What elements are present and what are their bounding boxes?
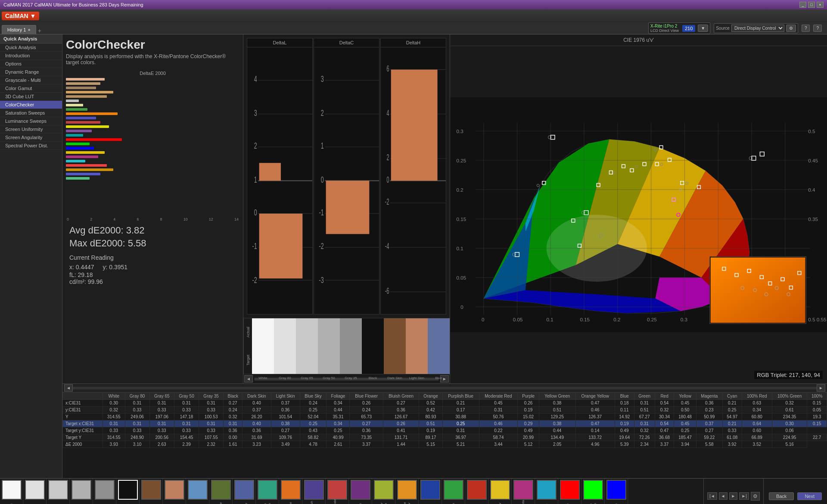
bottom-swatch-blue-flower[interactable]: Blue Flower bbox=[233, 479, 256, 504]
bottom-swatch-magenta[interactable]: Magenta bbox=[512, 479, 535, 504]
play-next-button[interactable]: ► bbox=[729, 492, 738, 500]
bottom-swatch-yellow[interactable]: Yellow bbox=[488, 479, 512, 504]
bottom-swatch-white[interactable]: White bbox=[0, 479, 23, 504]
window-controls[interactable]: _ □ × bbox=[799, 2, 824, 8]
bottom-swatch-light-skin[interactable]: Light Skin bbox=[163, 479, 186, 504]
bottom-swatch-green[interactable]: Green bbox=[442, 479, 465, 504]
actual-swatch-white[interactable] bbox=[252, 318, 274, 346]
sidebar-item-3d-cube-lut[interactable]: 3D Cube LUT bbox=[0, 93, 62, 101]
bar-fill-5 bbox=[66, 100, 79, 102]
question-button[interactable]: ? bbox=[813, 25, 822, 32]
scroll-left-button[interactable]: ◄ bbox=[244, 375, 253, 383]
sidebar-item-luminance-sweeps[interactable]: Luminance Sweeps bbox=[0, 117, 62, 125]
bottom-swatch-orange-yellow[interactable]: Orange Yellow bbox=[395, 479, 419, 504]
target-swatch-gray-35[interactable]: Gray 35 bbox=[340, 346, 362, 374]
table-cell-6-13: 5.21 bbox=[442, 441, 479, 448]
sidebar-item-color-gamut[interactable]: Color Gamut bbox=[0, 84, 62, 93]
bottom-swatch-bluish-green[interactable]: Bluish Green bbox=[256, 479, 279, 504]
back-button[interactable]: Back bbox=[769, 492, 794, 500]
table-cell-2-5: 0.32 bbox=[224, 414, 243, 420]
bottom-swatch-gray-80[interactable]: Gray 80 bbox=[23, 479, 47, 504]
bottom-swatch-red[interactable]: Red bbox=[465, 479, 488, 504]
help-button[interactable]: ? bbox=[802, 25, 810, 32]
bottom-swatch-foliage[interactable]: Foliage bbox=[209, 479, 233, 504]
target-swatch-dark-skin[interactable]: Dark Skin bbox=[384, 346, 406, 374]
minimize-button[interactable]: _ bbox=[799, 2, 806, 8]
actual-swatch-light-skin[interactable] bbox=[406, 318, 428, 346]
bottom-swatches: WhiteGray 80Gray 65Gray 50Gray 35BlackDa… bbox=[0, 479, 703, 504]
bottom-swatch-blue-sky[interactable]: Blue Sky bbox=[186, 479, 209, 504]
sidebar-item-quick-analysis[interactable]: Quick Analysis bbox=[0, 44, 62, 52]
bottom-swatch-gray-35[interactable]: Gray 35 bbox=[93, 479, 116, 504]
settings2-button[interactable]: ⚙ bbox=[751, 492, 760, 501]
sidebar-item-screen-angularity[interactable]: Screen Angularity bbox=[0, 134, 62, 142]
table-cell-1-17: 0.46 bbox=[575, 407, 615, 414]
actual-swatch-gray-80[interactable] bbox=[274, 318, 296, 346]
table-header-4: Gray 50 bbox=[174, 393, 199, 400]
bottom-swatch-gray-65[interactable]: Gray 65 bbox=[47, 479, 70, 504]
bar-fill-0 bbox=[66, 78, 105, 81]
sidebar-item-options[interactable]: Options bbox=[0, 60, 62, 68]
bottom-swatch-100-red[interactable]: 100% Red bbox=[558, 479, 581, 504]
actual-swatch-gray-65[interactable] bbox=[296, 318, 318, 346]
table-cell-0-16: 0.38 bbox=[539, 400, 575, 407]
target-swatch-black[interactable]: Black bbox=[362, 346, 384, 374]
add-tab-button[interactable]: + bbox=[38, 27, 41, 34]
sidebar-item-grayscale---multi[interactable]: Grayscale - Multi bbox=[0, 76, 62, 84]
tab-history1[interactable]: History 1 + bbox=[2, 25, 36, 34]
play-begin-button[interactable]: |◄ bbox=[707, 492, 717, 500]
table-cell-3-23: 0.21 bbox=[722, 420, 742, 427]
bottom-swatch-orange[interactable]: Orange bbox=[279, 479, 302, 504]
actual-swatch-blue[interactable] bbox=[428, 318, 450, 346]
data-table-container[interactable]: ◄ ► WhiteGray 80Gray 65Gray 50Gray 35Bla… bbox=[62, 383, 827, 478]
target-swatch-gray-80[interactable]: Gray 80 bbox=[274, 346, 296, 374]
play-end-button[interactable]: ►| bbox=[739, 492, 749, 500]
bottom-swatch-moderate-red[interactable]: Moderate Red bbox=[326, 479, 349, 504]
bottom-swatch-blue[interactable]: Blue bbox=[419, 479, 442, 504]
target-swatch-gray-50[interactable]: Gray 50 bbox=[318, 346, 340, 374]
next-button[interactable]: Next bbox=[797, 492, 822, 500]
actual-swatch-gray-50[interactable] bbox=[318, 318, 340, 346]
bottom-swatch-gray-50[interactable]: Gray 50 bbox=[70, 479, 93, 504]
sidebar-item-introduction[interactable]: Introduction bbox=[0, 52, 62, 60]
table-cell-6-8: 4.78 bbox=[300, 441, 326, 448]
sidebar-items: Quick AnalysisIntroductionOptionsDynamic… bbox=[0, 44, 62, 150]
target-swatch-blue[interactable]: Blue bbox=[428, 346, 450, 374]
source-settings-button[interactable]: ⚙ bbox=[786, 25, 796, 32]
maximize-button[interactable]: □ bbox=[808, 2, 815, 8]
sidebar-item-screen-uniformity[interactable]: Screen Uniformity bbox=[0, 125, 62, 134]
actual-swatch-gray-35[interactable] bbox=[340, 318, 362, 346]
target-swatch-row: Target WhiteGray 80Gray 65Gray 50Gray 35… bbox=[243, 346, 450, 374]
bottom-swatch-purple[interactable]: Purple bbox=[349, 479, 372, 504]
table-cell-3-5: 0.31 bbox=[224, 420, 243, 427]
app-logo[interactable]: CalMAN ▼ bbox=[2, 12, 39, 20]
actual-swatch-dark-skin[interactable] bbox=[384, 318, 406, 346]
table-scroll-right[interactable]: ► bbox=[817, 384, 825, 392]
sidebar-item-dynamic-range[interactable]: Dynamic Range bbox=[0, 68, 62, 76]
svg-text:0: 0 bbox=[386, 174, 389, 184]
target-swatch-white[interactable]: White bbox=[252, 346, 274, 374]
table-cell-1-21: 0.50 bbox=[674, 407, 696, 414]
close-button[interactable]: × bbox=[817, 2, 824, 8]
bottom-swatch-yellow-green[interactable]: Yellow Green bbox=[372, 479, 395, 504]
target-swatch-gray-65[interactable]: Gray 65 bbox=[296, 346, 318, 374]
table-cell-6-16: 2.05 bbox=[539, 441, 575, 448]
source-select[interactable]: Direct Display Control bbox=[731, 25, 784, 32]
bottom-swatch-100-[interactable]: 100% bbox=[605, 479, 628, 504]
bar-row-0 bbox=[66, 78, 239, 81]
bottom-swatch-black[interactable]: Black bbox=[116, 479, 140, 504]
device-settings-button[interactable]: ▼ bbox=[698, 25, 708, 32]
table-scroll-left[interactable]: ◄ bbox=[64, 384, 73, 392]
bottom-swatch-dark-skin[interactable]: Dark Skin bbox=[140, 479, 163, 504]
bottom-swatch-purplish-blue[interactable]: Purplish Blue bbox=[302, 479, 326, 504]
sidebar-item-spectral-power-dist.[interactable]: Spectral Power Dist. bbox=[0, 142, 62, 150]
sidebar-item-saturation-sweeps[interactable]: Saturation Sweeps bbox=[0, 109, 62, 117]
sidebar-section-header: Quick Analysis bbox=[0, 34, 62, 44]
content-area: ColorChecker Display analysis is perform… bbox=[62, 34, 827, 478]
play-prev-button[interactable]: ◄ bbox=[719, 492, 728, 500]
target-swatch-light-skin[interactable]: Light Skin bbox=[406, 346, 428, 374]
actual-swatch-black[interactable] bbox=[362, 318, 384, 346]
sidebar-item-colorchecker[interactable]: ColorChecker bbox=[0, 101, 62, 109]
bottom-swatch-cyan[interactable]: Cyan bbox=[535, 479, 558, 504]
bottom-swatch-100-green[interactable]: 100% Green bbox=[581, 479, 605, 504]
